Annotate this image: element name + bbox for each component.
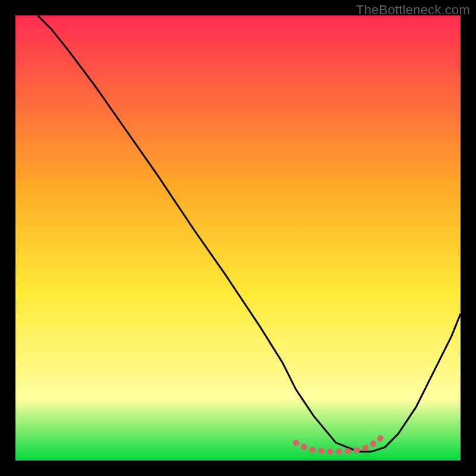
plot-area [15, 15, 461, 461]
gradient-background [15, 15, 461, 461]
chart-frame: TheBottleneck.com [0, 0, 476, 476]
chart-svg [15, 15, 461, 461]
